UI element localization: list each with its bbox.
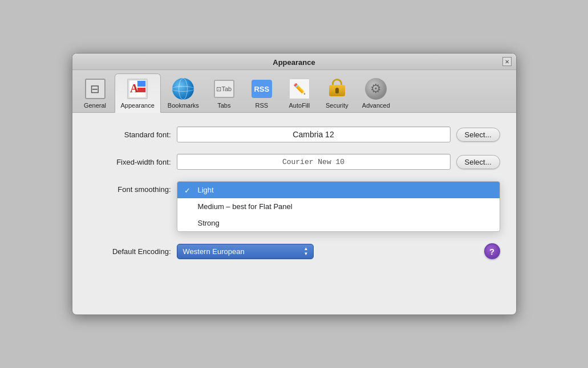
tab-general-label: General xyxy=(84,102,106,109)
tab-tabs-label: Tabs xyxy=(217,102,230,109)
tab-bookmarks-label: Bookmarks xyxy=(168,102,199,109)
tab-appearance-label: Appearance xyxy=(121,102,155,109)
dropdown-item-strong[interactable]: Strong xyxy=(177,215,500,231)
standard-font-label: Standard font: xyxy=(88,130,171,139)
tabs-icon: ⊡Tab xyxy=(213,77,236,100)
font-smoothing-row: Font smoothing: ✓ Light Medium – best fo… xyxy=(88,181,500,232)
appearance-icon: A xyxy=(126,77,149,100)
dropdown-item-light[interactable]: ✓ Light xyxy=(177,182,500,198)
tab-tabs[interactable]: ⊡Tab Tabs xyxy=(206,74,242,112)
tab-autofill-label: AutoFill xyxy=(289,102,310,109)
standard-font-select-button[interactable]: Select... xyxy=(456,128,500,142)
window-title: Appearance xyxy=(273,58,315,67)
preferences-window: Appearance ✕ General A xyxy=(72,53,517,315)
fixed-width-font-select-button[interactable]: Select... xyxy=(456,155,500,169)
toolbar: General A Appearance Bookmarks xyxy=(72,70,516,113)
dropdown-item-light-label: Light xyxy=(198,186,214,194)
advanced-icon xyxy=(364,77,387,100)
fixed-width-font-row: Fixed-width font: Courier New 10 Select.… xyxy=(88,154,500,170)
rss-icon: RSS xyxy=(250,77,273,100)
fixed-width-font-label: Fixed-width font: xyxy=(88,158,171,166)
tab-advanced[interactable]: Advanced xyxy=(356,74,396,112)
tab-security-label: Security xyxy=(326,102,348,109)
tab-bookmarks[interactable]: Bookmarks xyxy=(162,74,205,112)
svg-text:A: A xyxy=(130,82,139,95)
checkmark-icon: ✓ xyxy=(184,186,190,194)
general-icon xyxy=(84,77,107,100)
content-area: Standard font: Cambria 12 Select... Fixe… xyxy=(72,113,516,273)
encoding-value: Western European xyxy=(183,247,299,256)
standard-font-display: Cambria 12 xyxy=(177,126,451,142)
encoding-row: Default Encoding: Western European ▲ ▼ ? xyxy=(88,243,500,259)
dropdown-item-strong-label: Strong xyxy=(198,219,220,227)
standard-font-row: Standard font: Cambria 12 Select... xyxy=(88,126,500,142)
tab-rss[interactable]: RSS RSS xyxy=(244,74,280,112)
appearance-svg: A xyxy=(128,80,147,98)
tab-rss-label: RSS xyxy=(256,102,269,109)
font-smoothing-dropdown[interactable]: ✓ Light Medium – best for Flat Panel Str… xyxy=(177,181,500,232)
svg-rect-2 xyxy=(137,81,145,87)
autofill-icon: ✏️ xyxy=(288,77,311,100)
dropdown-item-medium[interactable]: Medium – best for Flat Panel xyxy=(177,198,500,215)
dropdown-item-medium-label: Medium – best for Flat Panel xyxy=(198,202,293,211)
help-button[interactable]: ? xyxy=(484,243,500,259)
svg-rect-3 xyxy=(137,88,145,92)
tab-general[interactable]: General xyxy=(77,74,113,112)
encoding-label: Default Encoding: xyxy=(88,247,171,256)
tab-advanced-label: Advanced xyxy=(362,102,390,109)
close-button[interactable]: ✕ xyxy=(502,57,512,66)
tab-autofill[interactable]: ✏️ AutoFill xyxy=(281,74,318,112)
bookmarks-icon xyxy=(172,77,194,100)
encoding-arrows-icon: ▲ ▼ xyxy=(304,247,309,256)
tab-appearance[interactable]: A Appearance xyxy=(115,73,161,113)
font-smoothing-label: Font smoothing: xyxy=(88,181,171,194)
encoding-select[interactable]: Western European ▲ ▼ xyxy=(177,244,314,259)
security-icon xyxy=(326,77,348,100)
tab-security[interactable]: Security xyxy=(319,74,355,112)
fixed-width-font-display: Courier New 10 xyxy=(177,154,451,170)
titlebar: Appearance ✕ xyxy=(72,54,516,70)
dropdown-menu: ✓ Light Medium – best for Flat Panel Str… xyxy=(177,181,500,232)
